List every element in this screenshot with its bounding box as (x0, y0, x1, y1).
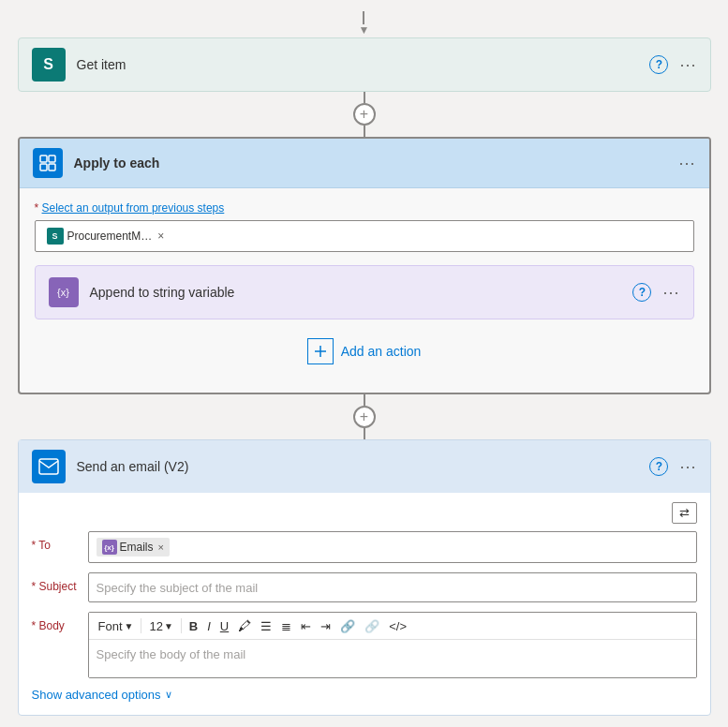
tag-close[interactable]: × (157, 230, 164, 243)
svg-rect-6 (39, 459, 58, 474)
send-email-help-icon[interactable]: ? (649, 457, 668, 476)
font-size-value: 12 (149, 619, 162, 633)
font-label: Font (98, 619, 123, 633)
send-email-card: Send an email (V2) ? ··· ⇄ * To {x} (18, 439, 711, 716)
underline-button[interactable]: U (216, 617, 232, 635)
add-action-area: Add an action (35, 319, 694, 374)
underline-icon: U (220, 619, 229, 633)
apply-icon-svg (39, 155, 56, 171)
get-item-actions: ? ··· (649, 55, 696, 75)
toolbar: Font ▼ 12 ▼ B (89, 613, 696, 640)
unlink-icon: 🔗 (364, 619, 379, 633)
numbered-list-icon: ≣ (281, 619, 291, 633)
send-email-header: Send an email (V2) ? ··· (19, 440, 710, 493)
subject-field-row: * Subject Specify the subject of the mai… (32, 572, 697, 602)
subject-label: * Subject (32, 572, 79, 593)
append-more-icon[interactable]: ··· (662, 283, 679, 303)
font-selector[interactable]: Font ▼ (95, 617, 138, 635)
body-field-row: * Body Font ▼ 12 ▼ (32, 612, 697, 678)
send-email-icon (32, 450, 66, 483)
to-label: * To (32, 531, 79, 552)
append-actions: ? ··· (632, 283, 679, 303)
to-input[interactable]: {x} Emails × (88, 531, 697, 563)
get-item-title: Get item (77, 57, 650, 72)
bold-icon: B (189, 619, 198, 633)
select-output-label: * Select an output from previous steps (35, 201, 694, 215)
link-icon: 🔗 (340, 619, 355, 633)
bullet-list-button[interactable]: ☰ (257, 617, 275, 635)
get-item-icon: S (32, 48, 66, 82)
swap-button[interactable]: ⇄ (672, 502, 697, 524)
unlink-button[interactable]: 🔗 (361, 617, 383, 635)
svg-rect-2 (40, 164, 47, 171)
indent-left-button[interactable]: ⇤ (297, 617, 315, 635)
emails-tag-icon: {x} (102, 540, 117, 555)
append-icon: {x} (49, 277, 79, 307)
add-action-label: Add an action (341, 344, 422, 359)
to-field-row: * To {x} Emails × (32, 531, 697, 563)
tag-text: ProcurementM… (67, 230, 153, 243)
get-item-help-icon[interactable]: ? (649, 55, 668, 74)
body-placeholder: Specify the body of the mail (97, 647, 246, 661)
subject-input[interactable]: Specify the subject of the mail (88, 572, 697, 602)
append-help-icon[interactable]: ? (632, 283, 651, 302)
apply-header: Apply to each ··· (20, 139, 709, 188)
send-email-actions: ? ··· (649, 457, 696, 477)
connector2-circle[interactable]: + (353, 406, 376, 428)
show-advanced-button[interactable]: Show advanced options ∨ (32, 688, 172, 702)
font-size-dropdown-icon: ▼ (164, 621, 173, 631)
toolbar-divider-2 (181, 618, 182, 633)
send-email-title: Send an email (V2) (77, 459, 650, 474)
connector-line-bottom (364, 126, 365, 137)
apply-body: * Select an output from previous steps S… (20, 188, 709, 393)
get-item-more-icon[interactable]: ··· (679, 55, 696, 75)
apply-to-each-card: Apply to each ··· * Select an output fro… (18, 137, 711, 394)
italic-button[interactable]: I (203, 617, 215, 635)
toolbar-divider-1 (141, 618, 141, 633)
font-size-selector[interactable]: 12 ▼ (145, 617, 176, 635)
bold-button[interactable]: B (186, 617, 201, 635)
highlight-icon: 🖍 (238, 618, 251, 633)
svg-rect-3 (49, 164, 55, 171)
add-action-button[interactable]: Add an action (307, 338, 422, 364)
apply-title: Apply to each (74, 156, 679, 171)
svg-rect-0 (40, 156, 47, 162)
bullet-list-icon: ☰ (260, 619, 272, 633)
email-body: ⇄ * To {x} Emails × * Subject (19, 493, 710, 715)
body-content[interactable]: Specify the body of the mail (89, 640, 696, 677)
indent-left-icon: ⇤ (301, 619, 311, 633)
indent-right-icon: ⇥ (320, 619, 331, 633)
output-tag-input[interactable]: S ProcurementM… × (35, 220, 694, 252)
connector2-line-top (364, 394, 365, 406)
flow-container: S Get item ? ··· + Apply to each (18, 9, 711, 716)
code-icon: </> (389, 619, 407, 633)
apply-actions: ··· (678, 154, 695, 173)
svg-rect-1 (49, 156, 55, 162)
connector2-line-bottom (364, 428, 365, 439)
apply-more-icon[interactable]: ··· (678, 154, 695, 173)
plus-connector-2[interactable]: + (353, 394, 376, 439)
highlight-button[interactable]: 🖍 (234, 616, 255, 635)
add-action-icon (307, 338, 334, 364)
get-item-card: S Get item ? ··· (18, 37, 711, 92)
indent-right-button[interactable]: ⇥ (317, 617, 334, 635)
body-editor[interactable]: Font ▼ 12 ▼ B (88, 612, 697, 678)
emails-tag-close[interactable]: × (158, 542, 164, 553)
append-title: Append to string variable (90, 285, 633, 300)
link-button[interactable]: 🔗 (336, 617, 359, 635)
plus-connector-1[interactable]: + (353, 92, 376, 137)
swap-arrows: ⇄ (32, 502, 697, 524)
emails-tag-text: Emails (120, 541, 154, 554)
emails-tag: {x} Emails × (97, 538, 170, 556)
subject-placeholder: Specify the subject of the mail (97, 581, 259, 595)
show-advanced-label: Show advanced options (32, 688, 161, 702)
numbered-list-button[interactable]: ≣ (277, 617, 295, 635)
send-email-more-icon[interactable]: ··· (679, 457, 696, 477)
italic-icon: I (207, 619, 211, 633)
connector-line-top (364, 92, 365, 103)
code-button[interactable]: </> (385, 617, 410, 635)
apply-icon (33, 148, 63, 178)
tag-icon: S (47, 228, 64, 245)
connector-circle[interactable]: + (353, 103, 376, 126)
body-label: * Body (32, 612, 79, 632)
